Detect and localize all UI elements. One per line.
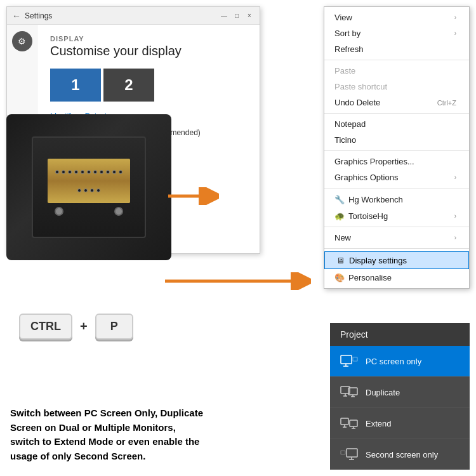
ctx-separator (324, 150, 469, 151)
vga-pin (119, 170, 122, 174)
display-monitors: 1 2 (50, 69, 247, 102)
project-panel-header: Project (330, 323, 470, 346)
plus-sign: + (80, 319, 88, 334)
second-screen-only-label: Second screen only (366, 450, 438, 459)
description-text: Switch between PC Screen Only, Duplicate… (10, 406, 207, 463)
p-key: P (95, 314, 133, 340)
ctx-refresh[interactable]: Refresh (324, 41, 469, 57)
svg-rect-2 (341, 355, 352, 364)
vga-metal (48, 159, 130, 203)
vga-pin (68, 170, 72, 174)
ctx-arrow-icon: › (454, 14, 456, 21)
arrow-to-context (168, 187, 219, 207)
display-settings-icon: 🖥 (335, 255, 345, 265)
ctx-new[interactable]: New › (324, 230, 469, 246)
ctx-separator (324, 227, 469, 227)
ctx-separator (324, 188, 469, 188)
svg-rect-15 (350, 420, 357, 426)
ctx-hg-workbench[interactable]: 🔧 Hg Workbench (324, 191, 469, 208)
ctx-shortcut-text: Ctrl+Z (437, 99, 456, 107)
ctrl-key: CTRL (19, 314, 72, 340)
project-panel: Project PC screen only Duplicate (330, 323, 470, 470)
ctx-tortoisehg[interactable]: 🐢 TortoiseHg › (324, 208, 469, 224)
section-title: DISPLAY (50, 35, 247, 43)
svg-rect-12 (341, 418, 348, 425)
second-screen-only-icon (340, 448, 358, 461)
vga-pin (93, 170, 97, 174)
vga-pin (87, 170, 91, 174)
project-item-duplicate[interactable]: Duplicate (330, 377, 470, 408)
ctx-personalise[interactable]: 🎨 Personalise (324, 269, 469, 286)
extend-label: Extend (366, 419, 391, 428)
ctx-separator (324, 60, 469, 60)
duplicate-icon (340, 386, 358, 399)
ctx-ticino[interactable]: Ticino (324, 132, 469, 148)
window-title: Settings (25, 11, 52, 20)
ctx-separator (324, 248, 469, 249)
ctx-arrow-icon: › (454, 234, 456, 241)
personalise-icon: 🎨 (334, 272, 345, 282)
vga-pin (84, 188, 88, 192)
vga-screws (55, 207, 123, 216)
vga-screw-right (114, 207, 123, 216)
back-button[interactable]: ← (12, 11, 21, 21)
pc-screen-only-icon (340, 355, 358, 367)
svg-rect-19 (347, 449, 357, 457)
project-item-extend[interactable]: Extend (330, 408, 470, 439)
ctx-graphics-options[interactable]: Graphics Options › (324, 169, 469, 185)
ctx-arrow-icon: › (454, 174, 456, 181)
project-item-pc-screen-only[interactable]: PC screen only (330, 346, 470, 377)
ctx-view[interactable]: View › (324, 10, 469, 25)
vga-pin (77, 188, 81, 192)
ctx-paste-shortcut: Paste shortcut (324, 79, 469, 95)
svg-rect-5 (353, 357, 357, 361)
vga-screw-left (55, 207, 63, 216)
main-title: Customise your display (50, 44, 247, 58)
vga-cable-image (6, 114, 171, 260)
svg-rect-18 (341, 451, 345, 454)
tortoisehg-icon: 🐢 (334, 211, 345, 221)
hg-workbench-icon: 🔧 (334, 194, 345, 204)
titlebar: ← Settings — □ × (7, 7, 260, 25)
vga-pin (81, 170, 84, 174)
vga-pin (100, 170, 103, 174)
vga-connector (32, 136, 146, 238)
extend-icon (340, 417, 358, 430)
maximize-button[interactable]: □ (232, 11, 242, 21)
window-controls: — □ × (219, 11, 255, 21)
vga-pin (90, 188, 94, 192)
ctx-arrow-icon: › (454, 30, 456, 37)
monitor-1[interactable]: 1 (50, 69, 101, 102)
ctx-paste: Paste (324, 63, 469, 79)
title-left: ← Settings (12, 11, 52, 21)
ctx-sort-by[interactable]: Sort by › (324, 25, 469, 41)
duplicate-label: Duplicate (366, 388, 400, 397)
arrow-to-project (165, 272, 311, 292)
minimize-button[interactable]: — (219, 11, 229, 21)
vga-pin (96, 188, 100, 192)
ctx-arrow-icon: › (454, 213, 456, 220)
pc-screen-only-label: PC screen only (366, 357, 421, 366)
close-button[interactable]: × (244, 11, 255, 21)
project-item-second-screen-only[interactable]: Second screen only (330, 439, 470, 470)
keyboard-shortcut: CTRL + P (19, 314, 133, 340)
ctx-separator (324, 113, 469, 114)
ctx-display-settings[interactable]: 🖥 Display settings (324, 251, 469, 269)
ctx-undo-delete[interactable]: Undo Delete Ctrl+Z (324, 95, 469, 110)
ctx-graphics-properties[interactable]: Graphics Properties... (324, 154, 469, 169)
vga-pin (62, 170, 65, 174)
settings-gear-icon: ⚙ (12, 31, 32, 51)
vga-pin (112, 170, 116, 174)
vga-pin (55, 170, 59, 174)
context-menu: View › Sort by › Refresh Paste Paste sho… (324, 6, 470, 289)
ctx-notepad[interactable]: Notepad (324, 116, 469, 132)
vga-pin (74, 170, 78, 174)
monitor-2[interactable]: 2 (103, 69, 154, 102)
vga-pin (106, 170, 110, 174)
